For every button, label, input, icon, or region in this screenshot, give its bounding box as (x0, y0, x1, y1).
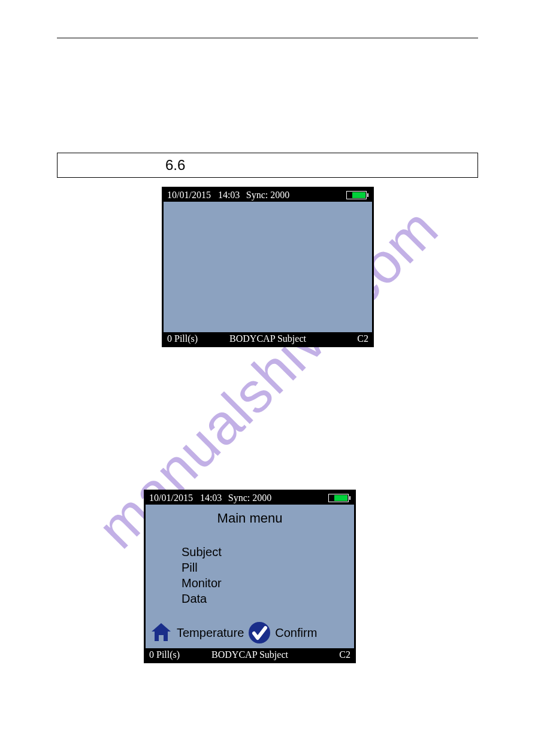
status-date: 10/01/2015 (149, 491, 193, 505)
footer-channel: C2 (357, 332, 368, 345)
svg-point-0 (249, 622, 270, 643)
section-number: 6.6 (165, 157, 185, 174)
status-time: 14:03 (200, 491, 222, 505)
status-bar: 10/01/2015 14:03 Sync: 2000 (164, 189, 372, 202)
check-circle-icon[interactable] (247, 621, 271, 645)
status-bar: 10/01/2015 14:03 Sync: 2000 (146, 491, 354, 505)
menu-item-data[interactable]: Data (182, 591, 354, 606)
battery-icon (346, 191, 368, 199)
menu-item-monitor[interactable]: Monitor (182, 575, 354, 591)
action-bar: Temperature Confirm (146, 621, 354, 645)
home-icon[interactable] (149, 621, 173, 645)
footer-channel: C2 (339, 648, 350, 661)
action-confirm-label[interactable]: Confirm (275, 626, 317, 640)
main-menu-list: Subject Pill Monitor Data (182, 544, 354, 606)
page-top-rule (57, 38, 478, 38)
menu-item-pill[interactable]: Pill (182, 560, 354, 575)
status-time: 14:03 (218, 189, 240, 202)
menu-item-subject[interactable]: Subject (182, 544, 354, 560)
action-temperature-label[interactable]: Temperature (177, 626, 244, 640)
footer-bar: 0 Pill(s) BODYCAP Subject C2 (164, 332, 372, 345)
device-screen-2: 10/01/2015 14:03 Sync: 2000 Main menu Su… (144, 490, 356, 663)
section-heading-box: 6.6 (57, 153, 478, 178)
footer-pills: 0 Pill(s) (149, 648, 180, 661)
main-menu-title: Main menu (146, 511, 354, 526)
status-sync: Sync: 2000 (228, 491, 271, 505)
footer-bar: 0 Pill(s) BODYCAP Subject C2 (146, 648, 354, 661)
footer-subject: BODYCAP Subject (229, 332, 306, 345)
device-screen-1: 10/01/2015 14:03 Sync: 2000 0 Pill(s) BO… (162, 187, 374, 347)
footer-pills: 0 Pill(s) (167, 332, 198, 345)
footer-subject: BODYCAP Subject (211, 648, 288, 661)
battery-icon (328, 494, 350, 502)
status-sync: Sync: 2000 (246, 189, 289, 202)
status-date: 10/01/2015 (167, 189, 211, 202)
device-body: Main menu Subject Pill Monitor Data Temp… (146, 505, 354, 648)
